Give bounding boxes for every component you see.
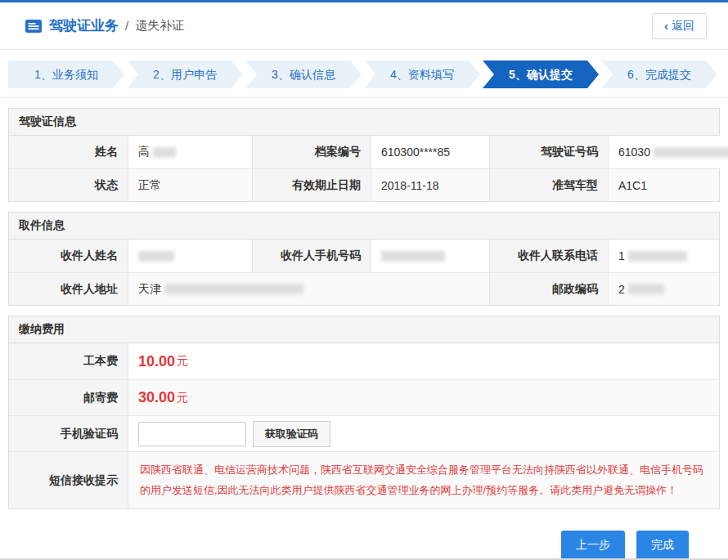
vehicle-type-label: 准驾车型 [489,169,608,201]
mailing-fee-unit: 元 [177,391,188,405]
sms-notice-text: 因陕西省联通、电信运营商技术问题，陕西省互联网交通安全综合服务管理平台无法向持陕… [140,460,708,500]
footer-actions: 上一步 完成 [0,531,689,560]
table-row: 工本费 10.00 元 [9,343,719,379]
back-button[interactable]: ‹ 返回 [652,13,707,39]
back-button-label: 返回 [672,19,694,34]
step-nav-wrap: 1、业务须知 2、用户申告 3、确认信息 4、资料填写 5、确认提交 6、完成提… [0,50,728,98]
production-fee-label: 工本费 [9,343,128,379]
table-row: 手机验证码 获取验证码 [9,415,719,451]
page-subtitle: 遗失补证 [135,18,184,34]
production-fee-amount: 10.00 [138,353,175,370]
name-value: 高 [128,136,252,168]
redacted-value [628,251,687,262]
sms-notice-cell: 因陕西省联通、电信运营商技术问题，陕西省互联网交通安全综合服务管理平台无法向持陕… [128,452,719,508]
expiry-label: 有效期止日期 [252,169,371,201]
document-icon [25,19,43,34]
page: 驾驶证业务 / 遗失补证 ‹ 返回 1、业务须知 2、用户申告 3、确认信息 4… [0,0,728,560]
sms-notice-label: 短信接收提示 [9,452,128,508]
step-tab-1[interactable]: 1、业务须知 [8,60,124,88]
title-separator: / [125,19,128,33]
recipient-mobile-value [371,240,489,272]
redacted-value [628,284,664,294]
table-row: 状态 正常 有效期止日期 2018-11-18 准驾车型 A1C1 [9,168,719,201]
status-value: 正常 [128,169,252,201]
license-info-section: 驾驶证信息 姓名 高 档案编号 610300****85 驾驶证号码 61030… [8,108,720,202]
file-no-value: 610300****85 [371,136,489,168]
pickup-info-section: 取件信息 收件人姓名 收件人手机号码 收件人联系电话 1 收件人地址 天津 [8,212,720,306]
fees-title: 缴纳费用 [9,316,719,343]
status-label: 状态 [9,169,128,201]
page-title: 驾驶证业务 [49,16,119,35]
vehicle-type-value: A1C1 [608,169,719,201]
step-tab-3[interactable]: 3、确认信息 [245,60,362,88]
name-label: 姓名 [9,136,128,168]
license-info-title: 驾驶证信息 [9,109,719,136]
redacted-value [153,147,176,158]
sms-code-input[interactable] [138,422,246,446]
mailing-fee-value: 30.00 元 [128,380,719,415]
step-tab-2[interactable]: 2、用户申告 [127,60,243,88]
postal-code-value: 2 [608,273,719,305]
fees-section: 缴纳费用 工本费 10.00 元 邮寄费 30.00 元 手机验证码 获取验证码… [8,316,720,509]
redacted-value [138,251,174,262]
header: 驾驶证业务 / 遗失补证 ‹ 返回 [0,2,728,50]
get-code-button[interactable]: 获取验证码 [253,421,330,447]
license-no-label: 驾驶证号码 [489,136,608,168]
step-nav: 1、业务须知 2、用户申告 3、确认信息 4、资料填写 5、确认提交 6、完成提… [8,60,720,88]
chevron-left-icon: ‹ [664,19,668,33]
mailing-fee-amount: 30.00 [138,389,175,406]
recipient-phone-label: 收件人联系电话 [489,240,608,272]
recipient-mobile-label: 收件人手机号码 [252,240,371,272]
redacted-value [381,251,445,262]
table-row: 邮寄费 30.00 元 [9,379,719,415]
redacted-value [164,284,303,294]
postal-code-label: 邮政编码 [489,273,608,305]
mailing-fee-label: 邮寄费 [9,380,128,415]
table-row: 收件人地址 天津 邮政编码 2 [9,272,719,305]
sms-code-field: 获取验证码 [128,416,719,451]
step-tab-6[interactable]: 6、完成提交 [601,60,717,88]
license-no-value: 61030 [608,136,728,168]
finish-button[interactable]: 完成 [636,531,689,560]
table-row: 收件人姓名 收件人手机号码 收件人联系电话 1 [9,240,719,272]
table-row: 姓名 高 档案编号 610300****85 驾驶证号码 61030 [9,136,719,168]
recipient-address-value: 天津 [128,273,489,305]
expiry-value: 2018-11-18 [371,169,489,201]
sms-code-label: 手机验证码 [9,416,128,451]
table-row: 短信接收提示 因陕西省联通、电信运营商技术问题，陕西省互联网交通安全综合服务管理… [9,451,719,508]
prev-step-button[interactable]: 上一步 [561,531,625,560]
header-title-group: 驾驶证业务 / 遗失补证 [25,16,184,35]
recipient-name-label: 收件人姓名 [9,240,128,272]
recipient-address-label: 收件人地址 [9,273,128,305]
production-fee-unit: 元 [177,354,188,369]
pickup-info-title: 取件信息 [9,213,719,240]
file-no-label: 档案编号 [252,136,371,168]
production-fee-value: 10.00 元 [128,343,719,379]
recipient-phone-value: 1 [608,240,719,272]
redacted-value [654,147,728,158]
step-tab-4[interactable]: 4、资料填写 [364,60,480,88]
recipient-name-value [128,240,252,272]
step-tab-5-active[interactable]: 5、确认提交 [483,60,599,88]
